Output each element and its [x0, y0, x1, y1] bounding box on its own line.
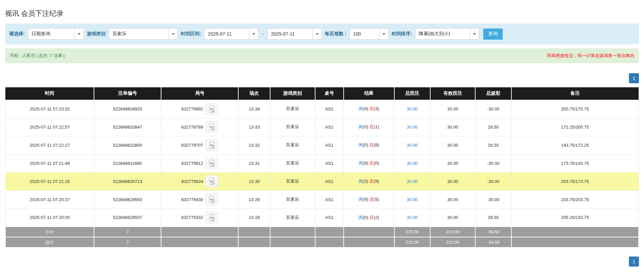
table-footer: 小计7210.00210.00-34.50总计7210.00210.00-34.… [5, 227, 639, 247]
query-type-caret-button[interactable] [75, 29, 84, 39]
date-from-value: 2025-07-11 [204, 29, 249, 39]
video-replay-button[interactable] [205, 139, 218, 151]
video-replay-button[interactable] [205, 212, 218, 224]
cell-game: 百家乐 [270, 190, 315, 209]
cell-session: 13-31 [238, 154, 270, 172]
date-to-caret-button[interactable] [312, 29, 321, 39]
cell-round: 632779789 [161, 118, 238, 136]
result-banker-label: 庄 [369, 124, 374, 129]
column-header: 时间 [5, 87, 94, 100]
video-file-icon [208, 141, 216, 149]
cell-valid-bet: 30.00 [430, 190, 475, 209]
round-id: 632779612 [181, 161, 203, 166]
time-range-label: 时间区间: [181, 31, 201, 37]
cell-time: 2025-07-11 07:21:15 [5, 172, 94, 190]
total-bet-link[interactable]: 30.00 [407, 143, 418, 148]
column-header: 注单编号 [94, 87, 161, 100]
cell-empty [315, 237, 344, 247]
video-replay-button[interactable] [205, 157, 218, 169]
result-player-label: 闲 [358, 124, 363, 129]
video-replay-button[interactable] [205, 121, 218, 133]
cell-bet-id: 522648630713 [94, 172, 161, 190]
cell-empty [270, 237, 315, 247]
result-banker-value: (9) [374, 179, 379, 184]
date-from-picker[interactable]: 2025-07-11 [204, 28, 258, 40]
game-type-select[interactable]: 百家乐 [109, 28, 178, 40]
cell-time: 2025-07-11 07:21:49 [5, 154, 94, 172]
video-replay-button[interactable] [205, 103, 218, 115]
video-file-icon [208, 105, 216, 113]
result-player-value: (3) [363, 179, 369, 184]
cell-summary-count: 7 [94, 237, 161, 247]
cell-summary-payout: -34.50 [475, 227, 511, 237]
query-type-select[interactable]: 日期查询 [28, 28, 84, 40]
cell-game: 百家乐 [270, 100, 315, 118]
page-1-button[interactable]: 1 [629, 257, 639, 267]
cell-game: 百家乐 [270, 136, 315, 154]
date-from-caret-button[interactable] [249, 29, 258, 39]
column-header: 有效投注 [430, 87, 475, 100]
cell-summary-total-bet: 210.00 [394, 237, 431, 247]
per-page-select[interactable]: 100 [349, 28, 389, 40]
cell-time: 2025-07-11 07:22:27 [5, 136, 94, 154]
filter-panel: 请选择: 日期查询 游戏类别 百家乐 时间区间: 2025-07-11 ~ 20… [5, 24, 639, 44]
cell-session: 13-28 [238, 209, 270, 227]
cell-summary-valid-bet: 210.00 [430, 227, 475, 237]
total-bet-link[interactable]: 30.00 [407, 197, 418, 202]
game-type-caret-button[interactable] [168, 29, 178, 39]
cell-summary-count: 7 [94, 227, 161, 237]
cell-summary-payout: -34.50 [475, 237, 511, 247]
column-header: 游戏类别 [270, 87, 315, 100]
cell-bet-id: 522648629593 [94, 190, 161, 209]
result-banker-label: 庄 [369, 215, 374, 220]
cell-empty [511, 227, 639, 237]
page-container: 视讯 会员下注纪录 请选择: 日期查询 游戏类别 百家乐 时间区间: 2025-… [0, 0, 644, 267]
page-1-button[interactable]: 1 [629, 73, 639, 83]
cell-total-bet: 30.00 [394, 209, 431, 227]
date-to-value: 2025-07-11 [268, 29, 312, 39]
cell-remark: 205.25/233.75 [511, 209, 639, 227]
video-file-icon [208, 195, 216, 203]
result-player-value: (0) [363, 142, 369, 147]
time-sort-select[interactable]: 降幂(由大到小) [415, 28, 479, 40]
video-file-icon [208, 177, 216, 185]
video-replay-button[interactable] [205, 175, 218, 187]
summary-notice: 同局有效投注，统一计算在该局第一张注单内 [547, 53, 634, 59]
chevron-down-icon [172, 33, 175, 35]
total-bet-link[interactable]: 30.00 [407, 161, 418, 166]
time-sort-caret-button[interactable] [470, 29, 479, 39]
result-banker-value: (2) [374, 215, 379, 220]
table-body: 2025-07-11 07:23:32522648634920632779892… [5, 100, 639, 227]
cell-time: 2025-07-11 07:22:57 [5, 118, 94, 136]
cell-summary-label: 总计 [5, 237, 94, 247]
chevron-down-icon [316, 33, 318, 35]
cell-summary-label: 小计 [5, 227, 94, 237]
cell-table: AS1 [315, 190, 344, 209]
date-to-picker[interactable]: 2025-07-11 [267, 28, 322, 40]
round-id: 632779707 [181, 143, 203, 148]
cell-remark: 172.25/200.75 [511, 118, 639, 136]
total-bet-link[interactable]: 30.00 [407, 179, 418, 184]
game-type-label: 游戏类别 [87, 31, 106, 37]
round-wrap: 632779789 [181, 121, 218, 133]
cell-remark: 233.75/203.75 [511, 190, 639, 209]
column-header: 局号 [161, 87, 238, 100]
total-bet-link[interactable]: 30.00 [407, 106, 418, 111]
per-page-label: 每页笔数 : [325, 31, 347, 37]
per-page-value: 100 [350, 29, 379, 39]
cell-payout: 28.50 [475, 209, 511, 227]
result-player-value: (9) [363, 197, 369, 202]
total-bet-link[interactable]: 30.00 [407, 215, 418, 220]
result-banker-value: (0) [374, 160, 379, 166]
cell-table: AS1 [315, 154, 344, 172]
cell-time: 2025-07-11 07:23:32 [5, 100, 94, 118]
table-row: 2025-07-11 07:23:32522648634920632779892… [5, 100, 639, 118]
search-button[interactable]: 查询 [483, 29, 503, 40]
video-replay-button[interactable] [205, 193, 218, 205]
per-page-caret-button[interactable] [379, 29, 388, 39]
result-player-label: 闲 [358, 197, 363, 202]
total-bet-link[interactable]: 30.00 [407, 125, 418, 130]
select-type-label: 请选择: [9, 31, 25, 37]
result-banker-value: (1) [374, 124, 379, 129]
round-id: 632779789 [181, 125, 203, 130]
